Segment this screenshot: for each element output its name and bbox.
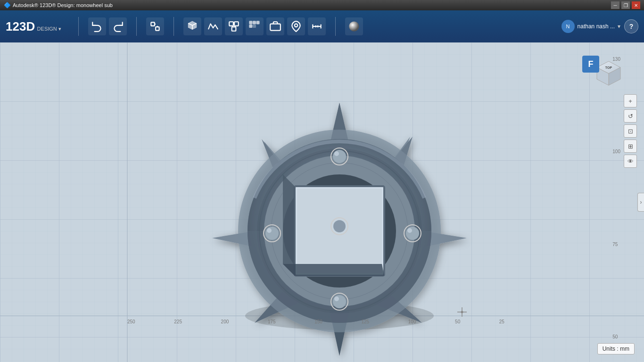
svg-rect-1: [156, 27, 159, 31]
separator-2: [136, 17, 137, 36]
svg-rect-12: [270, 24, 281, 31]
svg-marker-52: [283, 264, 384, 276]
ruler-b-200: 200: [221, 319, 229, 324]
window-controls: ─ ❐ ✕: [611, 1, 640, 9]
canvas-area[interactable]: 130 100 75 50 250 225 200 175 150 125 10…: [0, 42, 644, 362]
ruler-val-75: 75: [612, 242, 620, 247]
units-label[interactable]: Units : mm: [597, 343, 635, 354]
3d-model: [0, 42, 644, 362]
app-toolbar: 123D DESIGN ▾: [0, 10, 644, 42]
transform-group: [146, 17, 164, 35]
material-button[interactable]: [345, 17, 363, 35]
redo-button[interactable]: [109, 17, 127, 35]
separator-3: [173, 17, 174, 36]
ruler-b-175: 175: [268, 319, 276, 324]
view-controls: + ↺ ⊡ ⊞ 👁: [624, 94, 637, 168]
ruler-b-250: 250: [127, 319, 135, 324]
frame-button[interactable]: ⊞: [624, 140, 637, 153]
rotate-button[interactable]: ↺: [624, 109, 637, 123]
svg-rect-6: [232, 27, 236, 31]
minimize-button[interactable]: ─: [611, 1, 619, 9]
ruler-b-50: 50: [455, 319, 460, 324]
sketch-button[interactable]: [204, 17, 222, 35]
construct-button[interactable]: [225, 17, 243, 35]
svg-marker-51: [283, 174, 295, 276]
svg-point-60: [407, 228, 412, 233]
titlebar: 🔷 Autodesk® 123D® Design: monowheel sub …: [0, 0, 644, 10]
svg-rect-10: [249, 25, 252, 27]
svg-point-66: [267, 228, 272, 233]
svg-point-59: [406, 227, 419, 240]
help-button[interactable]: ?: [624, 19, 638, 33]
ruler-b-225: 225: [174, 319, 182, 324]
pattern-button[interactable]: [246, 17, 264, 35]
ruler-b-25: 25: [499, 319, 504, 324]
svg-point-65: [265, 227, 279, 240]
svg-point-57: [334, 151, 339, 156]
svg-point-19: [349, 21, 359, 31]
svg-point-56: [333, 150, 346, 163]
restore-button[interactable]: ❐: [621, 1, 630, 9]
user-avatar: N: [561, 20, 575, 33]
undo-button[interactable]: [88, 17, 106, 35]
ruler-b-100: 100: [408, 319, 416, 324]
undo-redo-group: [88, 17, 127, 35]
svg-rect-11: [253, 25, 256, 27]
visibility-button[interactable]: 👁: [624, 155, 637, 168]
user-area[interactable]: N nathan nash ... ▾: [561, 20, 620, 33]
ruler-val-50: 50: [612, 334, 620, 339]
svg-rect-0: [151, 22, 155, 26]
svg-rect-8: [253, 21, 256, 24]
svg-rect-9: [256, 21, 259, 24]
close-button[interactable]: ✕: [632, 1, 640, 9]
svg-point-68: [333, 220, 346, 232]
f-button[interactable]: F: [582, 56, 599, 73]
logo-area: 123D DESIGN ▾: [6, 20, 61, 33]
app-icon: 🔷: [4, 2, 11, 8]
svg-text:TOP: TOP: [605, 66, 612, 69]
shape-tools-group: [183, 17, 326, 35]
svg-rect-4: [229, 22, 233, 26]
logo: 123D DESIGN ▾: [6, 20, 61, 33]
svg-rect-7: [249, 21, 252, 24]
svg-point-62: [333, 295, 346, 308]
transform-button[interactable]: [146, 17, 164, 35]
separator-4: [335, 17, 336, 36]
ruler-b-150: 150: [314, 319, 322, 324]
logo-design: DESIGN ▾: [37, 26, 61, 32]
username-label: nathan nash ...: [578, 23, 615, 30]
svg-rect-5: [234, 22, 239, 26]
modify-button[interactable]: [287, 17, 305, 35]
svg-point-13: [295, 24, 298, 27]
measure-button[interactable]: [308, 17, 326, 35]
svg-point-63: [334, 296, 339, 301]
svg-point-75: [461, 311, 463, 313]
grouping-button[interactable]: [266, 17, 284, 35]
ruler-val-100: 100: [612, 149, 620, 154]
ruler-bottom: 250 225 200 175 150 125 100 50 25: [127, 319, 504, 324]
side-panel-toggle[interactable]: ›: [637, 193, 644, 212]
right-toolbar: N nathan nash ... ▾ ?: [561, 19, 638, 33]
separator-1: [78, 17, 79, 36]
ruler-right: 130 100 75 50: [612, 57, 620, 339]
ruler-b-125: 125: [361, 319, 369, 324]
user-dropdown-arrow: ▾: [618, 23, 620, 30]
dropdown-arrow[interactable]: ▾: [58, 26, 61, 32]
zoom-fit-button[interactable]: ⊡: [624, 124, 637, 138]
zoom-in-button[interactable]: +: [624, 94, 637, 107]
window-title: Autodesk® 123D® Design: monowheel sub: [11, 2, 611, 8]
logo-123d: 123D: [6, 19, 35, 33]
origin-marker: [457, 307, 465, 315]
primitives-button[interactable]: [183, 17, 201, 35]
